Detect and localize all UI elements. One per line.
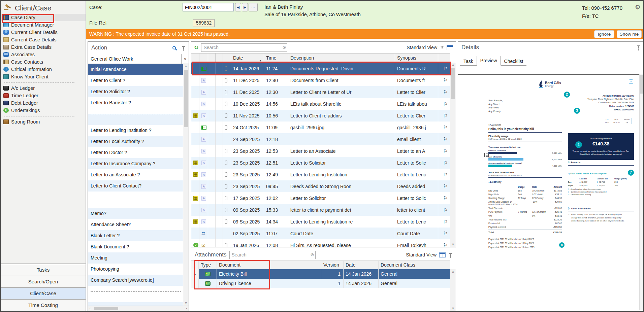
action-list-item[interactable] (88, 197, 183, 208)
diary-row[interactable]: 17 Sep 2025 12:02 Letter to Solicitor Le… (191, 192, 450, 204)
column-header-version[interactable]: Version (321, 261, 344, 269)
scrollbar-thumb[interactable] (184, 70, 188, 127)
scroll-up-icon[interactable]: ∧ (450, 63, 456, 68)
pin-icon[interactable] (636, 45, 640, 49)
ignore-button[interactable]: Ignore (594, 30, 614, 38)
flag-icon[interactable] (443, 195, 447, 201)
action-list-item[interactable]: Memo? (88, 208, 183, 219)
diary-row[interactable]: 09 Sep 2025 14:34 Letter to Lending Inst… (191, 216, 450, 228)
attachments-vertical-scrollbar[interactable]: ∧ ∨ (450, 269, 456, 311)
pin-icon[interactable] (181, 46, 185, 50)
search-icon[interactable] (172, 46, 176, 49)
flag-icon[interactable] (443, 160, 447, 166)
sidebar-item[interactable]: Know Your Client (1, 73, 86, 80)
clear-search-icon[interactable]: ⊗ (283, 45, 286, 50)
flag-icon[interactable] (443, 125, 447, 131)
diary-row[interactable]: 24 Sep 2025 12:18 email client (191, 133, 450, 145)
pin-icon[interactable] (448, 253, 452, 257)
action-category-dropdown[interactable]: General Office Work ∨ (88, 54, 189, 64)
sidebar-item[interactable] (1, 114, 86, 118)
sidebar-item[interactable] (1, 80, 86, 84)
bottom-nav-button[interactable]: Client/Case (1, 288, 86, 300)
view-label[interactable]: Standard View (407, 45, 437, 50)
column-header-description[interactable]: Description (288, 54, 395, 62)
scroll-down-icon[interactable]: ∨ (450, 242, 456, 247)
flag-icon[interactable] (443, 183, 447, 189)
diary-row[interactable]: 14 Jan 2026 11:24 Documents Requested- D… (191, 63, 450, 74)
diary-row[interactable]: 23 Sep 2025 12:53 Letter to an Associate… (191, 145, 450, 157)
action-list-item[interactable] (88, 291, 183, 302)
action-list-item[interactable]: Attendance Sheet? (88, 219, 183, 230)
action-list-item[interactable]: Initial Attendance (88, 64, 183, 75)
scrollbar-thumb[interactable] (451, 68, 455, 99)
flag-icon[interactable] (443, 136, 447, 142)
sidebar-item[interactable]: Time Ledger (1, 92, 86, 99)
flag-icon[interactable] (443, 148, 447, 154)
sidebar-item[interactable]: Document Manager (1, 21, 86, 29)
sidebar-item[interactable]: Case Contacts (1, 58, 86, 66)
action-list-item[interactable]: Letter to Barrister ? (88, 97, 183, 108)
sidebar-item[interactable]: Undertakings (1, 107, 86, 114)
action-list-item[interactable]: Company Search [www.cro.ie] (88, 275, 183, 286)
sidebar-item[interactable]: Current Client Details (1, 29, 86, 36)
sidebar-item[interactable]: Debt Ledger (1, 99, 86, 107)
view-label[interactable]: Standard View (406, 252, 437, 257)
scroll-up-icon[interactable]: ∧ (450, 269, 456, 274)
action-horizontal-scrollbar[interactable]: ‹ › (88, 306, 189, 311)
flag-icon[interactable] (443, 172, 447, 178)
action-list-item[interactable]: Letter to Insurance Company ? (88, 158, 183, 169)
action-list-item[interactable]: Blank Document ? (88, 241, 183, 252)
flag-icon[interactable] (443, 231, 447, 237)
diary-vertical-scrollbar[interactable]: ∧ ∨ (450, 63, 456, 247)
column-chooser-icon[interactable] (439, 252, 446, 257)
action-list-item[interactable]: Letter to an Associate ? (88, 169, 183, 180)
attachments-search-input[interactable] (229, 251, 316, 259)
flag-icon[interactable] (443, 219, 447, 225)
action-list-item[interactable]: Letter to Local Authority ? (88, 136, 183, 147)
diary-row[interactable]: 11 Nov 2025 10:56 Letter to Client re ad… (191, 110, 450, 122)
scroll-down-icon[interactable]: ∨ (450, 306, 456, 311)
flag-icon[interactable] (443, 207, 447, 213)
column-header-document-class[interactable]: Document Class (379, 261, 450, 269)
column-header-synopsis[interactable]: Synopsis (395, 54, 438, 62)
sidebar-item[interactable]: Case Diary (1, 14, 86, 21)
flag-icon[interactable] (443, 66, 447, 72)
column-header-document[interactable]: Document (217, 261, 321, 269)
bottom-nav-button[interactable]: Tasks (1, 264, 86, 276)
refresh-icon[interactable]: ↻ (194, 44, 198, 51)
flag-icon[interactable] (443, 113, 447, 119)
case-prev-button[interactable]: ◀ (235, 3, 241, 11)
details-tab[interactable]: Checklist (501, 57, 527, 66)
flag-icon[interactable] (443, 101, 447, 107)
action-list-item[interactable]: Photocopying (88, 264, 183, 275)
column-header-date[interactable]: Date (344, 261, 379, 269)
column-header-time[interactable]: Time (264, 54, 288, 62)
bottom-nav-button[interactable]: Time Costing (1, 300, 86, 311)
diary-row[interactable]: 02 Sep 2025 11:07 Court Date Court Date (191, 228, 450, 239)
action-list-item[interactable]: Blank Letter ? (88, 230, 183, 241)
diary-row[interactable]: 23 Sep 2025 12:51 Letter to Solicitor Le… (191, 157, 450, 169)
action-list-item[interactable] (88, 114, 183, 125)
action-vertical-scrollbar[interactable]: ∧ ∨ (183, 64, 189, 306)
sidebar-item[interactable]: Critical Information (1, 66, 86, 73)
diary-row[interactable]: 09 Sep 2025 15:33 letter to client re pa… (191, 204, 450, 216)
scroll-down-icon[interactable]: ∨ (183, 301, 189, 306)
chevron-down-icon[interactable]: ∨ (181, 54, 189, 64)
diary-row[interactable]: 11 Dec 2025 12:40 Documents from Client … (191, 74, 450, 86)
scrollbar-thumb[interactable] (94, 307, 118, 310)
gear-icon[interactable]: ⚙ (635, 3, 641, 11)
column-header-type[interactable]: Type (199, 261, 217, 269)
sidebar-item[interactable]: Associates (1, 51, 86, 58)
column-header-date[interactable]: Date▼ (231, 54, 264, 62)
file-ref-value[interactable]: 569832 (193, 19, 215, 27)
action-list-item[interactable]: Letter to Client ? (88, 75, 183, 86)
show-me-button[interactable]: Show me (617, 30, 642, 38)
scroll-up-icon[interactable]: ∧ (183, 64, 189, 69)
diary-search-input[interactable] (201, 43, 287, 52)
flag-icon[interactable] (443, 89, 447, 95)
sidebar-item[interactable]: Extra Case Details (1, 43, 86, 51)
diary-row[interactable]: 24 Oct 2025 11:09 gasbill_2936.jpg gasbi… (191, 122, 450, 133)
case-input[interactable] (183, 3, 234, 11)
scroll-left-icon[interactable]: ‹ (90, 306, 91, 311)
action-list-item[interactable]: Letter to Client Contact? (88, 180, 183, 192)
